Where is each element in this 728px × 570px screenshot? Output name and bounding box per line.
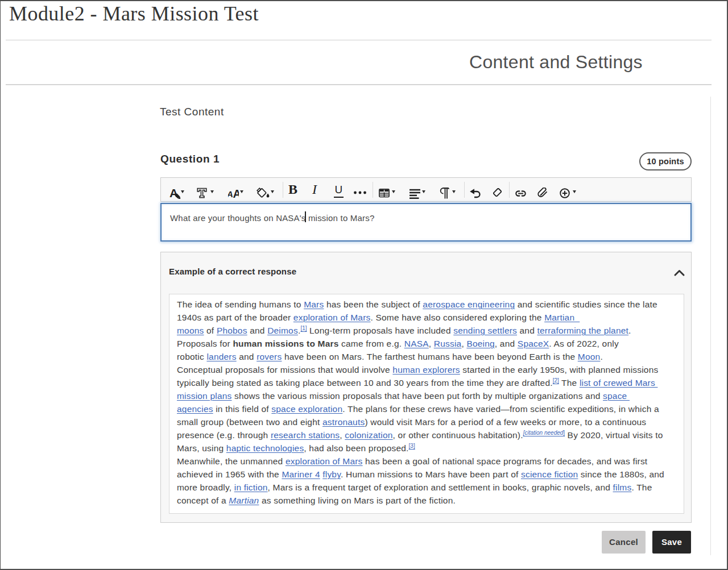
svg-text:A: A	[233, 188, 239, 198]
